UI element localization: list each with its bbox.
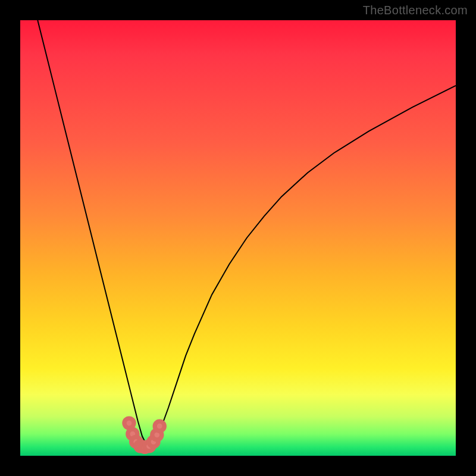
plot-area [20, 20, 456, 456]
cluster-point [155, 421, 164, 431]
chart-svg [20, 20, 456, 456]
cluster-point [124, 418, 134, 428]
chart-frame: TheBottleneck.com [0, 0, 476, 476]
watermark-label: TheBottleneck.com [363, 4, 468, 17]
bottleneck-curve [37, 20, 456, 446]
bottom-cluster [124, 418, 164, 452]
